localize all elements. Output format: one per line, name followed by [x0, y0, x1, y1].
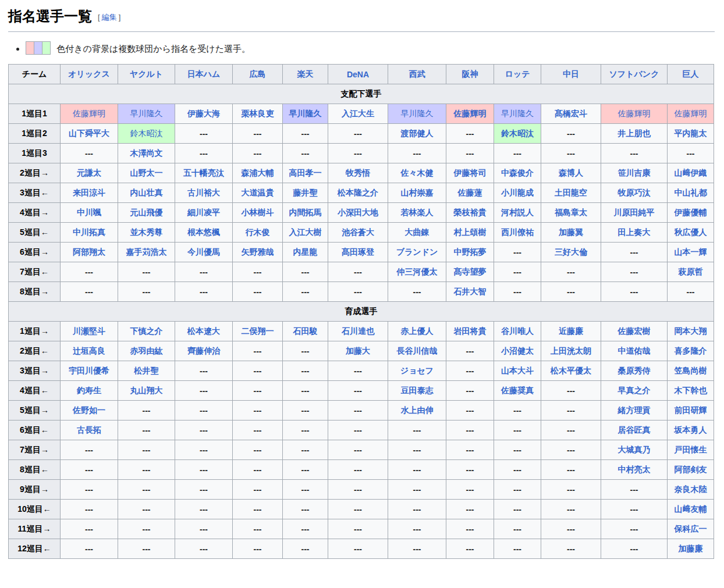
- player-link[interactable]: 長谷川信哉: [397, 346, 438, 355]
- player-link[interactable]: 伊藤将司: [454, 168, 487, 177]
- player-link[interactable]: 佐藤輝明: [454, 109, 487, 118]
- player-link[interactable]: 高田孝一: [289, 168, 322, 177]
- player-link[interactable]: 早川隆久: [130, 109, 163, 118]
- player-link[interactable]: 佐藤輝明: [73, 109, 105, 118]
- player-link[interactable]: 佐藤奨真: [501, 386, 534, 395]
- player-link[interactable]: 辻垣高良: [73, 346, 105, 355]
- player-link[interactable]: 伊藤大海: [187, 109, 220, 118]
- player-link[interactable]: 石田駿: [293, 326, 318, 336]
- team-link[interactable]: 中日: [563, 69, 579, 79]
- player-link[interactable]: 大曲錬: [405, 227, 430, 237]
- player-link[interactable]: 川原田純平: [614, 208, 655, 217]
- player-link[interactable]: 佐野如一: [73, 405, 105, 415]
- player-link[interactable]: 岡本大翔: [675, 326, 707, 336]
- player-link[interactable]: 水上由伸: [401, 405, 434, 415]
- player-link[interactable]: 栗林良吏: [242, 109, 274, 118]
- player-link[interactable]: 齊藤伸治: [187, 346, 220, 355]
- team-link[interactable]: 西武: [409, 69, 425, 79]
- player-link[interactable]: 佐々木健: [401, 168, 434, 177]
- player-link[interactable]: 近藤廉: [559, 326, 583, 336]
- player-link[interactable]: 田上奏大: [618, 227, 651, 237]
- player-link[interactable]: 小川龍成: [501, 188, 534, 197]
- player-link[interactable]: 山下舜平大: [69, 129, 109, 138]
- player-link[interactable]: 戸田懐生: [675, 445, 707, 454]
- team-link[interactable]: 阪神: [462, 69, 478, 79]
- player-link[interactable]: 山野太一: [130, 168, 163, 177]
- player-link[interactable]: 村上頌樹: [454, 227, 487, 237]
- player-link[interactable]: 釣寿生: [77, 386, 101, 395]
- player-link[interactable]: 谷川唯人: [501, 326, 534, 336]
- player-link[interactable]: 佐藤蓮: [458, 188, 482, 197]
- player-link[interactable]: 加藤廉: [679, 544, 703, 553]
- team-link[interactable]: ヤクルト: [130, 69, 163, 79]
- player-link[interactable]: 阿部剣友: [675, 465, 707, 474]
- player-link[interactable]: ジョセフ: [400, 366, 434, 375]
- player-link[interactable]: 下慎之介: [130, 326, 163, 336]
- player-link[interactable]: 保科広一: [675, 524, 707, 533]
- player-link[interactable]: 桑原秀侍: [618, 366, 651, 375]
- player-link[interactable]: 松木平優太: [551, 366, 591, 375]
- player-link[interactable]: 赤上優人: [401, 326, 434, 336]
- player-link[interactable]: 佐藤輝明: [675, 109, 707, 118]
- player-link[interactable]: 牧原巧汰: [618, 188, 651, 197]
- player-link[interactable]: 阿部翔太: [73, 247, 105, 256]
- player-link[interactable]: 藤井聖: [293, 188, 318, 197]
- player-link[interactable]: 山本大斗: [501, 366, 534, 375]
- player-link[interactable]: 笠島尚樹: [675, 366, 707, 375]
- player-link[interactable]: 赤羽由紘: [130, 346, 163, 355]
- player-link[interactable]: ブランドン: [396, 247, 438, 256]
- player-link[interactable]: 中川颯: [77, 208, 101, 217]
- player-link[interactable]: 松本隆之介: [338, 188, 378, 197]
- player-link[interactable]: 嘉手苅浩太: [126, 247, 167, 256]
- player-link[interactable]: 早川隆久: [289, 109, 322, 118]
- player-link[interactable]: 奈良木陸: [675, 484, 707, 494]
- player-link[interactable]: 萩原哲: [679, 267, 703, 276]
- player-link[interactable]: 山村崇嘉: [401, 188, 434, 197]
- player-link[interactable]: 豆田泰志: [401, 386, 434, 395]
- player-link[interactable]: 坂本勇人: [675, 425, 707, 434]
- player-link[interactable]: 平内龍太: [675, 129, 707, 138]
- player-link[interactable]: 前田研輝: [675, 405, 707, 415]
- player-link[interactable]: 山﨑伊織: [675, 168, 707, 177]
- player-link[interactable]: 松本遼大: [187, 326, 220, 336]
- team-link[interactable]: DeNA: [347, 70, 369, 79]
- player-link[interactable]: 中川拓真: [73, 227, 105, 237]
- player-link[interactable]: 来田涼斗: [73, 188, 105, 197]
- player-link[interactable]: 中道佑哉: [618, 346, 651, 355]
- player-link[interactable]: 小沼健太: [501, 346, 534, 355]
- player-link[interactable]: 木澤尚文: [130, 148, 163, 158]
- player-link[interactable]: 矢野雅哉: [242, 247, 274, 256]
- player-link[interactable]: 松井聖: [134, 366, 159, 375]
- player-link[interactable]: 元山飛優: [130, 208, 163, 217]
- player-link[interactable]: 元謙太: [77, 168, 101, 177]
- team-link[interactable]: 日本ハム: [187, 69, 221, 79]
- player-link[interactable]: 山﨑友輔: [675, 504, 707, 514]
- player-link[interactable]: 上田洸太朗: [551, 346, 591, 355]
- player-link[interactable]: 早川隆久: [401, 109, 434, 118]
- player-link[interactable]: 鈴木昭汰: [130, 129, 163, 138]
- player-link[interactable]: 榮枝裕貴: [454, 208, 487, 217]
- player-link[interactable]: 緒方理貢: [618, 405, 651, 415]
- player-link[interactable]: 髙田琢登: [342, 247, 374, 256]
- player-link[interactable]: 丸山翔大: [130, 386, 163, 395]
- team-link[interactable]: 楽天: [297, 69, 314, 79]
- player-link[interactable]: 鈴木昭汰: [501, 129, 534, 138]
- player-link[interactable]: 並木秀尊: [130, 227, 163, 237]
- player-link[interactable]: 今川優馬: [187, 247, 220, 256]
- player-link[interactable]: 森博人: [559, 168, 583, 177]
- player-link[interactable]: 若林楽人: [401, 208, 434, 217]
- player-link[interactable]: 宇田川優希: [69, 366, 109, 375]
- player-link[interactable]: 内間拓馬: [289, 208, 322, 217]
- player-link[interactable]: 西川僚祐: [501, 227, 534, 237]
- player-link[interactable]: 根本悠楓: [187, 227, 220, 237]
- player-link[interactable]: 早川隆久: [501, 109, 534, 118]
- player-link[interactable]: 加藤翼: [559, 227, 583, 237]
- player-link[interactable]: 入江大樹: [289, 227, 322, 237]
- player-link[interactable]: 内山壮真: [130, 188, 163, 197]
- player-link[interactable]: 細川凌平: [187, 208, 220, 217]
- team-link[interactable]: オリックス: [68, 69, 110, 79]
- player-link[interactable]: 渡部健人: [401, 129, 434, 138]
- player-link[interactable]: 秋広優人: [675, 227, 707, 237]
- player-link[interactable]: 古長拓: [77, 425, 101, 434]
- player-link[interactable]: 土田龍空: [555, 188, 587, 197]
